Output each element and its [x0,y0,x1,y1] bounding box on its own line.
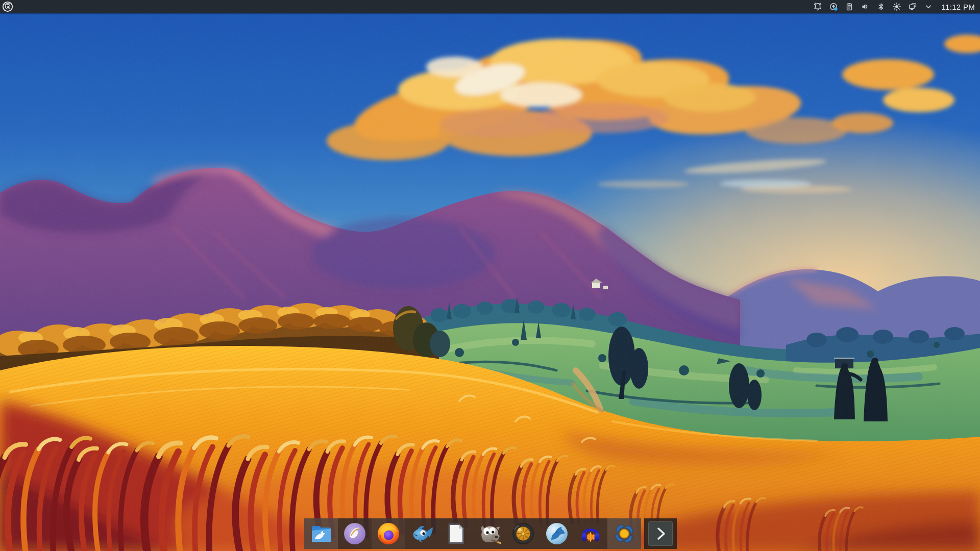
disc-icon [511,522,535,545]
dolphin-icon [309,522,333,545]
tray-expander-chevron-icon[interactable] [924,2,933,11]
x-display-icon [612,522,636,545]
brightness-icon[interactable] [892,2,901,11]
bluefish-editor[interactable] [405,518,439,549]
gimp-icon [478,522,501,545]
volume-icon[interactable] [861,2,870,11]
pale-moon-browser[interactable] [338,518,372,549]
notifications-bell-icon[interactable] [813,2,822,11]
audacity-audio-editor[interactable] [574,518,607,549]
system-tray: 11:12 PM [813,2,975,11]
gimp-image-editor[interactable] [473,518,506,549]
amarok-music-player[interactable] [540,518,574,549]
software-update-icon[interactable] [829,2,838,11]
dolphin-file-manager[interactable] [304,518,338,549]
panel-clock[interactable]: 11:12 PM [942,3,975,11]
dock [304,518,677,549]
clipboard-icon[interactable] [845,2,854,11]
top-panel: 11:12 PM [0,0,980,13]
firefox-icon [377,522,400,545]
dock-expander-arrow[interactable] [644,518,677,549]
chevron-right-icon [648,521,673,546]
audacity-icon [579,522,602,545]
amarok-wolf-icon [545,522,569,545]
bluefish-icon [410,522,434,545]
display-layout-icon[interactable] [908,2,917,11]
x-display-settings[interactable] [607,518,641,549]
firefox-browser[interactable] [372,518,405,549]
wallpaper-painting [0,13,980,551]
libreoffice-document[interactable] [439,518,473,549]
media-disc-player[interactable] [506,518,540,549]
bluetooth-icon[interactable] [876,2,886,11]
pale-moon-icon [343,522,366,545]
libreoffice-icon [444,522,468,545]
desktop: 11:12 PM [0,0,980,551]
dock-apps [304,518,641,549]
distro-logo[interactable] [2,1,14,13]
